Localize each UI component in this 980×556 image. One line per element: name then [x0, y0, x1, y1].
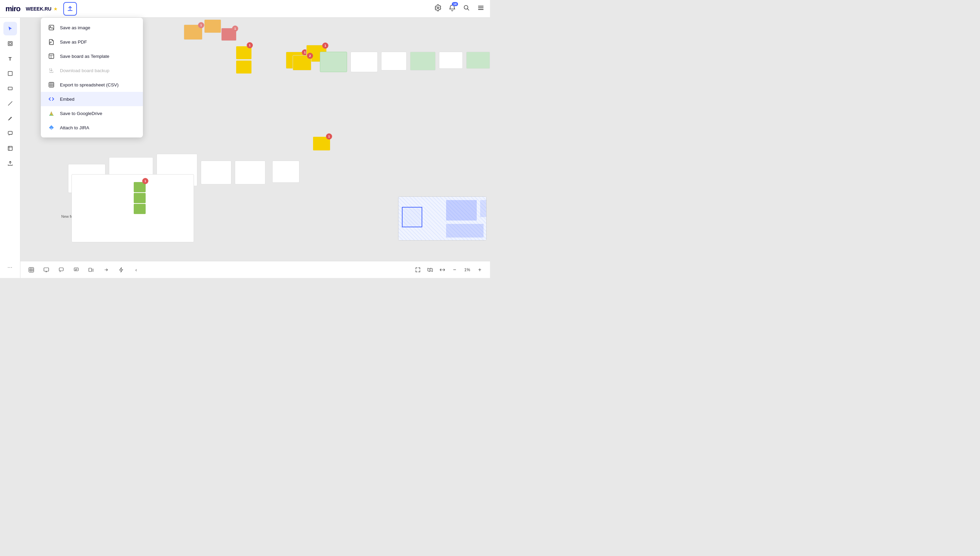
- bottom-tool-grid[interactable]: [26, 264, 37, 275]
- svg-rect-24: [29, 267, 34, 272]
- minimap: [398, 196, 487, 241]
- svg-rect-34: [89, 268, 92, 272]
- bottom-tool-present[interactable]: [41, 264, 52, 275]
- bottom-toolbar: ‹ − 1% +: [20, 261, 490, 278]
- notification-badge: 1: [142, 178, 149, 184]
- export-csv-icon: [48, 81, 55, 89]
- menu-item-jira[interactable]: Attach to JIRA: [41, 120, 143, 135]
- sticky-note: [134, 193, 145, 203]
- tool-cursor[interactable]: [3, 22, 17, 36]
- menu-item-save-pdf[interactable]: Save as PDF: [41, 35, 143, 49]
- minimap-frame: [480, 200, 487, 217]
- svg-rect-29: [44, 268, 48, 271]
- svg-point-1: [464, 5, 468, 9]
- svg-rect-2: [478, 6, 484, 6]
- zoom-out-button[interactable]: −: [450, 265, 459, 275]
- tool-text[interactable]: T: [3, 52, 17, 65]
- menu-item-embed[interactable]: Embed: [41, 92, 143, 106]
- svg-rect-8: [8, 87, 12, 90]
- canvas-sticky-group: 1: [235, 45, 253, 75]
- tool-crop[interactable]: [3, 142, 17, 155]
- notifications-badge: 18: [452, 2, 458, 6]
- left-sidebar: T: [0, 18, 20, 278]
- save-template-icon: [48, 52, 55, 60]
- bottom-tool-chat[interactable]: [71, 264, 82, 275]
- svg-rect-30: [59, 268, 63, 271]
- minimap-frame: [446, 200, 477, 220]
- canvas-frame: [272, 161, 299, 183]
- fit-width-button[interactable]: [438, 265, 447, 275]
- zoom-in-button[interactable]: +: [475, 265, 484, 275]
- svg-rect-32: [75, 269, 77, 270]
- tool-pen[interactable]: [3, 112, 17, 125]
- zoom-controls-area: − 1% +: [413, 265, 484, 275]
- bottom-tool-frames-list[interactable]: [86, 264, 97, 275]
- embed-label: Embed: [60, 97, 74, 102]
- fit-to-screen-button[interactable]: [413, 265, 423, 275]
- svg-rect-14: [49, 25, 54, 30]
- svg-rect-33: [75, 270, 77, 270]
- canvas-frame: [381, 52, 407, 70]
- svg-rect-16: [49, 54, 54, 58]
- star-icon[interactable]: ★: [53, 6, 58, 11]
- canvas-frame: [410, 52, 436, 70]
- canvas-notification: 1: [313, 137, 330, 150]
- tool-frames[interactable]: [3, 37, 17, 50]
- notification-badge: 1: [326, 133, 332, 139]
- canvas-frame: [350, 52, 378, 72]
- download-backup-label: Download board backup: [60, 68, 110, 73]
- minimap-frame: [446, 224, 484, 238]
- tool-rectangle[interactable]: [3, 82, 17, 95]
- svg-rect-19: [49, 82, 54, 87]
- menu-item-export-csv[interactable]: Export to spreadsheet (CSV): [41, 78, 143, 92]
- svg-rect-5: [8, 42, 12, 45]
- menu-item-save-template[interactable]: Save board as Template: [41, 49, 143, 63]
- zoom-level-display: 1%: [462, 267, 472, 272]
- notifications-icon[interactable]: 18: [449, 4, 456, 13]
- notification-badge: 1: [198, 22, 204, 28]
- canvas-frame: [466, 52, 490, 69]
- search-icon[interactable]: [463, 4, 470, 13]
- canvas-item: [204, 19, 221, 33]
- svg-rect-4: [478, 9, 484, 10]
- save-image-icon: [48, 24, 55, 31]
- header-right: 18: [434, 4, 484, 13]
- canvas-frame: [439, 52, 463, 69]
- bottom-tool-collapse[interactable]: ‹: [131, 264, 142, 275]
- board-name[interactable]: WEEEK.RU: [26, 6, 52, 11]
- menu-item-save-image[interactable]: Save as image: [41, 20, 143, 35]
- export-csv-label: Export to spreadsheet (CSV): [60, 82, 119, 87]
- notification-badge: 1: [247, 42, 253, 48]
- tool-line[interactable]: [3, 97, 17, 110]
- export-button[interactable]: [63, 2, 77, 16]
- canvas-frame: [235, 161, 265, 184]
- header: miro WEEEK.RU ★ 18: [0, 0, 490, 18]
- tool-more[interactable]: ···: [3, 260, 17, 274]
- embed-icon: [48, 95, 55, 103]
- google-drive-icon: [48, 110, 55, 117]
- svg-rect-3: [478, 8, 484, 8]
- bottom-tool-comment[interactable]: [56, 264, 67, 275]
- sticky-note: [134, 204, 145, 214]
- save-image-label: Save as image: [60, 25, 90, 30]
- minimap-toggle-button[interactable]: [425, 265, 435, 275]
- google-drive-label: Save to GoogleDrive: [60, 111, 102, 116]
- svg-rect-7: [8, 71, 12, 76]
- menu-item-download-backup: Download board backup: [41, 63, 143, 78]
- tool-comment[interactable]: [3, 126, 17, 140]
- settings-icon[interactable]: [434, 4, 442, 13]
- minimap-content: [399, 197, 486, 240]
- menu-icon[interactable]: [477, 4, 484, 13]
- svg-rect-10: [8, 131, 12, 134]
- tool-upload[interactable]: [3, 157, 17, 170]
- bottom-tool-lightning[interactable]: [116, 264, 127, 275]
- save-pdf-icon: [48, 38, 55, 45]
- tool-sticky[interactable]: [3, 67, 17, 80]
- menu-item-google-drive[interactable]: Save to GoogleDrive: [41, 106, 143, 120]
- bottom-tool-share[interactable]: [101, 264, 111, 275]
- minimap-viewport[interactable]: [402, 207, 422, 227]
- canvas-frame: [320, 52, 347, 72]
- miro-logo: miro: [5, 5, 20, 13]
- canvas-large-frame: 1: [71, 174, 194, 242]
- sticky-note: [236, 61, 252, 73]
